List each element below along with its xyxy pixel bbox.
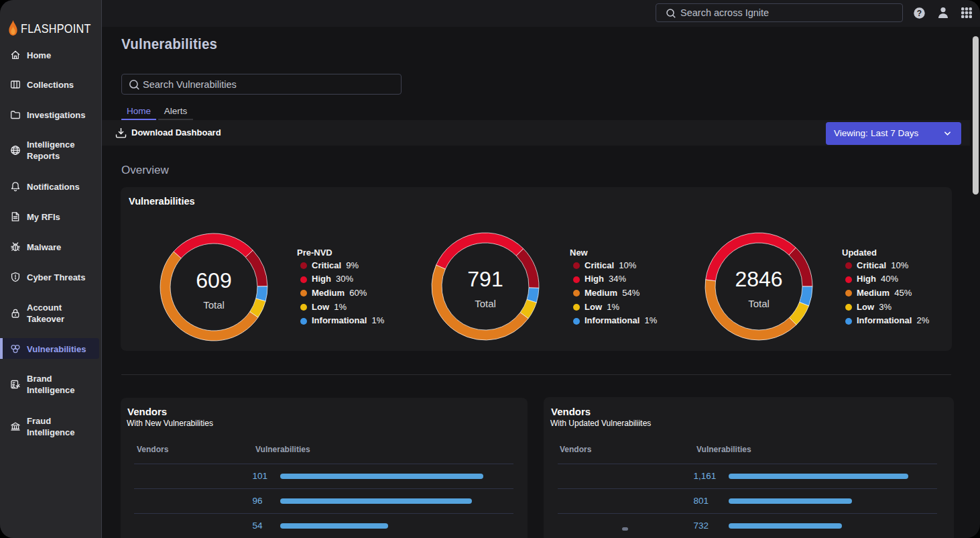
svg-text:?: ? [917, 9, 922, 18]
